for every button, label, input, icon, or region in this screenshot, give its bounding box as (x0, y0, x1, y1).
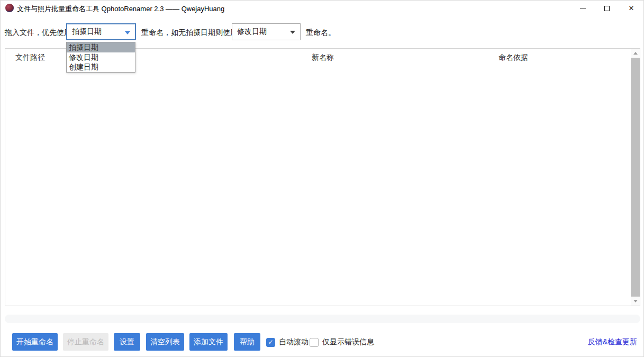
minimize-icon (580, 8, 586, 8)
column-header-file-path: 文件路径 (15, 53, 45, 63)
toolbar-label-suffix: 重命名。 (306, 28, 335, 38)
scrollbar-down-button[interactable] (631, 297, 640, 306)
column-header-new-name: 新名称 (312, 53, 334, 63)
primary-date-select-dropdown: 拍摄日期 修改日期 创建日期 (66, 42, 135, 73)
toolbar-label-middle: 重命名，如无拍摄日期则使用 (141, 28, 238, 38)
app-logo-icon (5, 4, 14, 12)
progress-bar (5, 315, 640, 323)
close-icon: ✕ (629, 5, 634, 12)
window-title: 文件与照片批量重命名工具 QphotoRenamer 2.3 —— Qwejay… (17, 4, 224, 14)
auto-scroll-checkbox[interactable]: ✓ (266, 338, 275, 347)
auto-scroll-checkbox-group: ✓ 自动滚动 (266, 337, 309, 347)
dropdown-option-created-date[interactable]: 创建日期 (67, 62, 135, 72)
app-window: 文件与照片批量重命名工具 QphotoRenamer 2.3 —— Qwejay… (0, 0, 644, 357)
dropdown-option-modified-date[interactable]: 修改日期 (67, 52, 135, 63)
vertical-scrollbar[interactable] (631, 49, 640, 306)
auto-scroll-label: 自动滚动 (279, 337, 309, 347)
errors-only-checkbox-group: 仅显示错误信息 (310, 337, 374, 347)
column-header-naming-basis: 命名依据 (498, 53, 528, 63)
file-list-table[interactable]: 文件路径 新名称 命名依据 (5, 48, 640, 306)
window-controls: ✕ (570, 1, 643, 16)
title-bar: 文件与照片批量重命名工具 QphotoRenamer 2.3 —— Qwejay… (1, 1, 643, 16)
fallback-date-select[interactable]: 修改日期 (232, 23, 301, 40)
maximize-button[interactable] (595, 1, 619, 16)
close-button[interactable]: ✕ (619, 1, 643, 16)
toolbar-label-prefix: 拖入文件，优先使用 (5, 28, 71, 38)
scrollbar-thumb[interactable] (631, 58, 640, 297)
start-rename-button[interactable]: 开始重命名 (12, 333, 58, 351)
scrollbar-up-button[interactable] (631, 49, 640, 58)
scroll-down-icon (633, 300, 638, 302)
chevron-down-icon (125, 31, 130, 34)
minimize-button[interactable] (570, 1, 595, 16)
dropdown-option-shooting-date[interactable]: 拍摄日期 (67, 42, 135, 52)
fallback-date-select-value: 修改日期 (237, 27, 267, 37)
maximize-icon (604, 6, 610, 11)
errors-only-checkbox[interactable] (310, 338, 319, 347)
help-button[interactable]: 帮助 (234, 333, 260, 351)
add-files-button[interactable]: 添加文件 (189, 333, 228, 351)
feedback-update-link[interactable]: 反馈&检查更新 (588, 337, 637, 347)
errors-only-label: 仅显示错误信息 (322, 337, 374, 347)
scroll-up-icon (633, 52, 638, 55)
settings-button[interactable]: 设置 (114, 333, 140, 351)
chevron-down-icon (290, 31, 295, 34)
clear-list-button[interactable]: 清空列表 (146, 333, 184, 351)
stop-rename-button[interactable]: 停止重命名 (63, 333, 108, 351)
primary-date-select[interactable]: 拍摄日期 (66, 23, 136, 40)
primary-date-select-value: 拍摄日期 (72, 27, 102, 37)
